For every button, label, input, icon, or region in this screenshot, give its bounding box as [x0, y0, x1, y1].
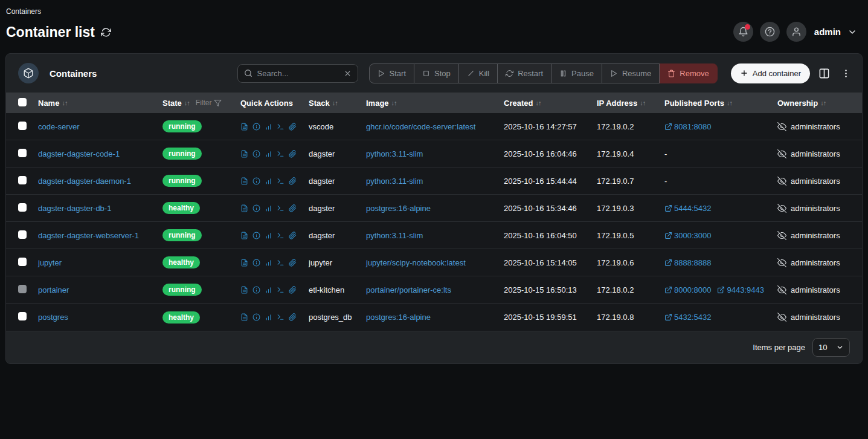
image-link[interactable]: python:3.11-slim	[366, 231, 423, 240]
attach-icon[interactable]	[289, 150, 297, 158]
clear-search-icon[interactable]	[344, 70, 352, 77]
state-filter[interactable]: Filter	[196, 99, 222, 107]
row-checkbox[interactable]	[18, 122, 27, 130]
stats-icon[interactable]	[265, 286, 272, 294]
items-per-page-select[interactable]: 10	[812, 338, 850, 357]
published-port-link[interactable]: 3000:3000	[664, 231, 711, 240]
container-name-link[interactable]: dagster-dagster-webserver-1	[38, 231, 139, 240]
pause-button[interactable]: Pause	[551, 63, 602, 83]
stats-icon[interactable]	[265, 123, 272, 131]
header-image[interactable]: Image↓↑	[366, 99, 504, 108]
header-published-ports[interactable]: Published Ports↓↑	[664, 99, 777, 108]
console-icon[interactable]	[277, 232, 285, 239]
row-checkbox[interactable]	[18, 149, 27, 157]
logs-icon[interactable]	[240, 123, 248, 131]
stop-button[interactable]: Stop	[414, 63, 459, 83]
stats-icon[interactable]	[265, 259, 272, 267]
logs-icon[interactable]	[240, 232, 248, 239]
inspect-icon[interactable]	[252, 123, 260, 131]
help-button[interactable]	[760, 22, 780, 42]
container-name-link[interactable]: dagster-dagster-db-1	[38, 204, 111, 213]
header-ip-address[interactable]: IP Address↓↑	[597, 99, 664, 108]
image-link[interactable]: jupyter/scipy-notebook:latest	[366, 258, 466, 267]
remove-button[interactable]: Remove	[660, 63, 717, 83]
row-checkbox[interactable]	[18, 312, 27, 320]
image-link[interactable]: portainer/portainer-ce:lts	[366, 285, 451, 294]
row-checkbox[interactable]	[18, 285, 27, 293]
console-icon[interactable]	[277, 204, 285, 212]
columns-settings-icon[interactable]	[816, 65, 832, 82]
image-link[interactable]: python:3.11-slim	[366, 177, 423, 186]
logs-icon[interactable]	[240, 204, 248, 212]
container-name-link[interactable]: dagster-dagster-daemon-1	[38, 177, 131, 186]
attach-icon[interactable]	[289, 123, 297, 131]
stats-icon[interactable]	[265, 232, 272, 239]
logs-icon[interactable]	[240, 150, 248, 158]
image-link[interactable]: postgres:16-alpine	[366, 204, 431, 213]
container-name-link[interactable]: postgres	[38, 313, 68, 322]
published-port-link[interactable]: 8888:8888	[664, 258, 711, 267]
stats-icon[interactable]	[265, 177, 272, 185]
attach-icon[interactable]	[289, 286, 297, 294]
logs-icon[interactable]	[240, 286, 248, 294]
notifications-button[interactable]	[733, 22, 753, 42]
container-name-link[interactable]: code-server	[38, 122, 80, 131]
search-input[interactable]	[257, 69, 339, 78]
published-port-link[interactable]: 5444:5432	[664, 204, 711, 213]
header-name[interactable]: Name↓↑	[38, 99, 162, 108]
row-checkbox[interactable]	[18, 258, 27, 266]
inspect-icon[interactable]	[252, 313, 260, 321]
header-stack[interactable]: Stack↓↑	[309, 99, 366, 108]
logs-icon[interactable]	[240, 313, 248, 321]
attach-icon[interactable]	[289, 313, 297, 321]
console-icon[interactable]	[277, 313, 285, 321]
header-created[interactable]: Created↓↑	[504, 99, 597, 108]
console-icon[interactable]	[277, 259, 285, 267]
header-state[interactable]: State↓↑ Filter	[162, 99, 240, 108]
attach-icon[interactable]	[289, 204, 297, 212]
published-port-link[interactable]: 8081:8080	[664, 122, 711, 131]
image-link[interactable]: python:3.11-slim	[366, 149, 423, 158]
attach-icon[interactable]	[289, 177, 297, 185]
container-name-link[interactable]: jupyter	[38, 258, 62, 267]
start-button[interactable]: Start	[369, 63, 414, 83]
inspect-icon[interactable]	[252, 150, 260, 158]
resume-button[interactable]: Resume	[602, 63, 660, 83]
row-checkbox[interactable]	[18, 230, 27, 239]
breadcrumb[interactable]: Containers	[6, 7, 858, 16]
container-name-link[interactable]: portainer	[38, 285, 69, 294]
add-container-button[interactable]: Add container	[731, 63, 810, 83]
inspect-icon[interactable]	[252, 286, 260, 294]
row-checkbox[interactable]	[18, 203, 27, 212]
attach-icon[interactable]	[289, 232, 297, 239]
stats-icon[interactable]	[265, 150, 272, 158]
kebab-menu-icon[interactable]	[838, 66, 854, 81]
stats-icon[interactable]	[265, 204, 272, 212]
stats-icon[interactable]	[265, 313, 272, 321]
header-ownership[interactable]: Ownership↓↑	[777, 99, 862, 108]
inspect-icon[interactable]	[252, 204, 260, 212]
logs-icon[interactable]	[240, 259, 248, 267]
console-icon[interactable]	[277, 286, 285, 294]
inspect-icon[interactable]	[252, 177, 260, 185]
image-link[interactable]: postgres:16-alpine	[366, 313, 431, 322]
refresh-icon[interactable]	[101, 27, 111, 37]
kill-button[interactable]: Kill	[459, 63, 498, 83]
row-checkbox[interactable]	[18, 176, 27, 184]
inspect-icon[interactable]	[252, 259, 260, 267]
console-icon[interactable]	[277, 123, 285, 131]
logs-icon[interactable]	[240, 177, 248, 185]
user-avatar[interactable]	[786, 22, 806, 42]
inspect-icon[interactable]	[252, 232, 260, 239]
restart-button[interactable]: Restart	[498, 63, 551, 83]
select-all-checkbox[interactable]	[18, 98, 27, 106]
image-link[interactable]: ghcr.io/coder/code-server:latest	[366, 122, 475, 131]
console-icon[interactable]	[277, 177, 285, 185]
chevron-down-icon[interactable]	[847, 27, 857, 37]
published-port-link[interactable]: 5432:5432	[664, 313, 711, 322]
container-name-link[interactable]: dagster-dagster-code-1	[38, 149, 120, 158]
published-port-link[interactable]: 9443:9443	[717, 285, 764, 294]
console-icon[interactable]	[277, 150, 285, 158]
attach-icon[interactable]	[289, 259, 297, 267]
published-port-link[interactable]: 8000:8000	[664, 285, 711, 294]
